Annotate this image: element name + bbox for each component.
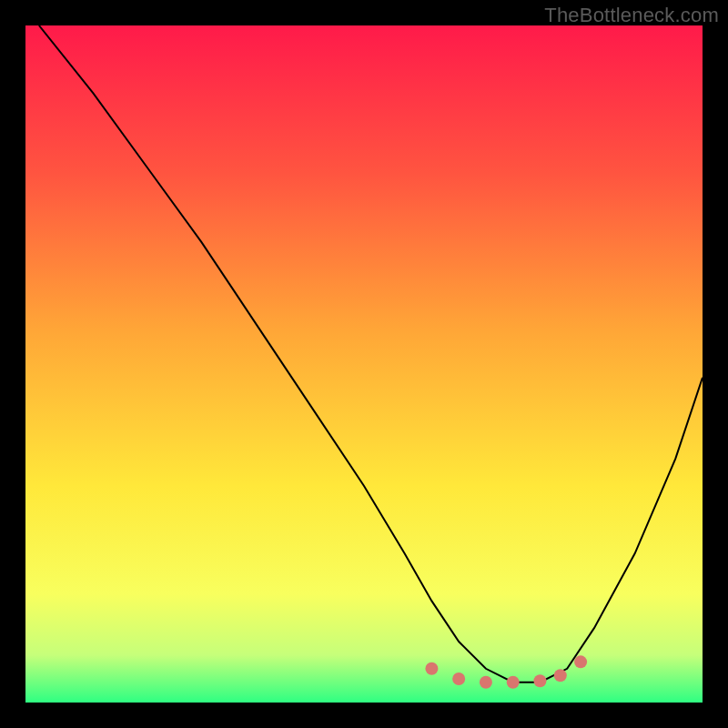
optimal-marker xyxy=(480,676,492,689)
gradient-background xyxy=(25,25,703,703)
optimal-marker xyxy=(574,655,587,668)
optimal-marker xyxy=(452,672,465,685)
optimal-marker xyxy=(533,674,546,687)
chart-svg xyxy=(25,25,703,703)
plot-area xyxy=(25,25,703,703)
chart-frame: TheBottleneck.com xyxy=(0,0,728,728)
optimal-marker xyxy=(425,662,438,675)
optimal-marker xyxy=(507,676,520,689)
optimal-marker xyxy=(554,669,567,682)
watermark-text: TheBottleneck.com xyxy=(544,4,719,27)
